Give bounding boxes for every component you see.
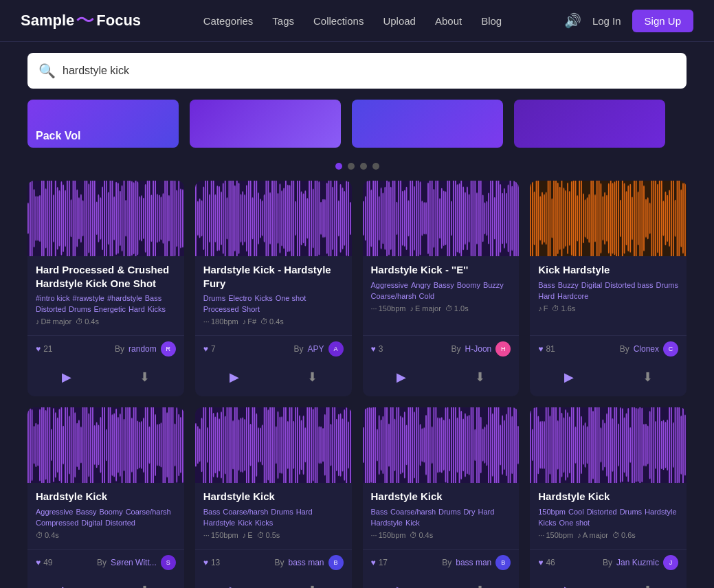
tag[interactable]: Coarse/harsh bbox=[390, 508, 436, 516]
waveform-area[interactable] bbox=[363, 181, 520, 256]
dot-2[interactable] bbox=[348, 163, 355, 170]
nav-about[interactable]: About bbox=[435, 15, 462, 27]
likes-count[interactable]: ♥ 81 bbox=[538, 344, 555, 354]
likes-count[interactable]: ♥ 7 bbox=[203, 344, 216, 354]
likes-count[interactable]: ♥ 17 bbox=[371, 558, 388, 567]
username[interactable]: APY bbox=[307, 344, 324, 354]
likes-count[interactable]: ♥ 21 bbox=[36, 344, 52, 354]
tag[interactable]: Bass bbox=[538, 281, 555, 289]
tag[interactable]: Drums bbox=[271, 508, 293, 516]
likes-count[interactable]: ♥ 49 bbox=[36, 558, 52, 567]
tag[interactable]: Distorted bbox=[587, 508, 617, 516]
download-button[interactable]: ⬇ bbox=[298, 365, 328, 389]
download-button[interactable]: ⬇ bbox=[130, 578, 160, 589]
tag[interactable]: Bass bbox=[371, 508, 388, 516]
tag[interactable]: Dry bbox=[463, 508, 475, 516]
tag[interactable]: Hardstyle bbox=[371, 519, 403, 527]
likes-count[interactable]: ♥ 3 bbox=[371, 344, 383, 354]
play-button[interactable]: ▶ bbox=[219, 578, 249, 589]
pack-card-4[interactable] bbox=[514, 100, 665, 148]
likes-count[interactable]: ♥ 13 bbox=[203, 558, 220, 567]
tag[interactable]: #rawstyle bbox=[73, 294, 104, 302]
tag[interactable]: Energetic bbox=[93, 305, 125, 313]
username[interactable]: H-Joon bbox=[465, 344, 492, 354]
tag[interactable]: Drums bbox=[620, 508, 642, 516]
tag[interactable]: Short bbox=[242, 305, 260, 313]
play-button[interactable]: ▶ bbox=[386, 578, 416, 589]
username[interactable]: bass man bbox=[456, 558, 491, 567]
nav-blog[interactable]: Blog bbox=[481, 15, 502, 27]
tag[interactable]: Digital bbox=[581, 281, 603, 289]
tag[interactable]: Hard bbox=[538, 292, 555, 300]
download-button[interactable]: ⬇ bbox=[632, 365, 662, 389]
waveform-area[interactable] bbox=[27, 181, 184, 256]
nav-categories[interactable]: Categories bbox=[203, 15, 254, 27]
tag[interactable]: Digital bbox=[81, 519, 102, 527]
tag[interactable]: Drums bbox=[203, 294, 225, 302]
username[interactable]: bass man bbox=[288, 558, 324, 567]
tag[interactable]: Electro bbox=[228, 294, 252, 302]
dot-1[interactable] bbox=[335, 163, 342, 170]
download-button[interactable]: ⬇ bbox=[298, 578, 328, 589]
username[interactable]: random bbox=[129, 344, 157, 354]
tag[interactable]: Cool bbox=[568, 508, 584, 516]
play-button[interactable]: ▶ bbox=[219, 365, 249, 389]
tag[interactable]: Drums bbox=[69, 305, 91, 313]
tag[interactable]: Drums bbox=[656, 281, 678, 289]
waveform-area[interactable] bbox=[363, 407, 520, 483]
waveform-area[interactable] bbox=[195, 407, 352, 483]
download-button[interactable]: ⬇ bbox=[632, 578, 662, 589]
waveform-area[interactable] bbox=[27, 407, 184, 483]
logo[interactable]: Sample 〜 Focus bbox=[21, 8, 141, 34]
tag[interactable]: Boomy bbox=[457, 281, 480, 289]
tag[interactable]: Hardstyle bbox=[203, 519, 235, 527]
tag[interactable]: Bass bbox=[203, 508, 220, 516]
tag[interactable]: Drums bbox=[438, 508, 460, 516]
play-button[interactable]: ▶ bbox=[52, 578, 82, 589]
tag[interactable]: Hard bbox=[296, 508, 313, 516]
tag[interactable]: Kicks bbox=[148, 305, 166, 313]
pack-card-3[interactable] bbox=[352, 100, 503, 148]
likes-count[interactable]: ♥ 46 bbox=[538, 558, 555, 567]
pack-card-2[interactable] bbox=[190, 100, 341, 148]
tag[interactable]: Kick bbox=[238, 519, 252, 527]
tag[interactable]: Distorted bbox=[36, 305, 66, 313]
tag[interactable]: Distorted bass bbox=[605, 281, 653, 289]
tag[interactable]: Bassy bbox=[76, 508, 96, 516]
nav-collections[interactable]: Collections bbox=[313, 15, 364, 27]
dot-3[interactable] bbox=[360, 163, 367, 170]
waveform-area[interactable] bbox=[195, 181, 352, 256]
download-button[interactable]: ⬇ bbox=[130, 365, 160, 389]
tag[interactable]: Buzzy bbox=[483, 281, 504, 289]
username[interactable]: Søren Witt... bbox=[111, 558, 157, 567]
tag[interactable]: 150bpm bbox=[538, 508, 566, 516]
play-button[interactable]: ▶ bbox=[554, 578, 584, 589]
play-button[interactable]: ▶ bbox=[52, 365, 82, 389]
tag[interactable]: Buzzy bbox=[558, 281, 579, 289]
username[interactable]: Clonex bbox=[634, 344, 659, 354]
tag[interactable]: Coarse/harsh bbox=[223, 508, 268, 516]
tag[interactable]: Kicks bbox=[538, 519, 556, 527]
tag[interactable]: Kicks bbox=[255, 519, 273, 527]
tag[interactable]: Coarse/harsh bbox=[371, 292, 416, 300]
download-button[interactable]: ⬇ bbox=[465, 578, 495, 589]
tag[interactable]: #intro kick bbox=[36, 294, 70, 302]
tag[interactable]: Kick bbox=[405, 519, 420, 527]
tag[interactable]: Boomy bbox=[99, 508, 122, 516]
tag[interactable]: One shot bbox=[276, 294, 306, 302]
tag[interactable]: Hardcore bbox=[557, 292, 588, 300]
waveform-area[interactable] bbox=[530, 407, 687, 483]
tag[interactable]: Angry bbox=[411, 281, 431, 289]
tag[interactable]: Aggressive bbox=[36, 508, 73, 516]
tag[interactable]: Bass bbox=[145, 294, 161, 302]
tag[interactable]: Hard bbox=[129, 305, 145, 313]
dot-4[interactable] bbox=[372, 163, 379, 170]
search-input[interactable] bbox=[63, 65, 676, 77]
username[interactable]: Jan Kuzmic bbox=[616, 558, 659, 567]
tag[interactable]: Hard bbox=[478, 508, 495, 516]
tag[interactable]: Compressed bbox=[36, 519, 78, 527]
waveform-area[interactable] bbox=[530, 181, 687, 256]
tag[interactable]: #hardstyle bbox=[107, 294, 142, 302]
tag[interactable]: Cold bbox=[419, 292, 435, 300]
nav-upload[interactable]: Upload bbox=[383, 15, 416, 27]
